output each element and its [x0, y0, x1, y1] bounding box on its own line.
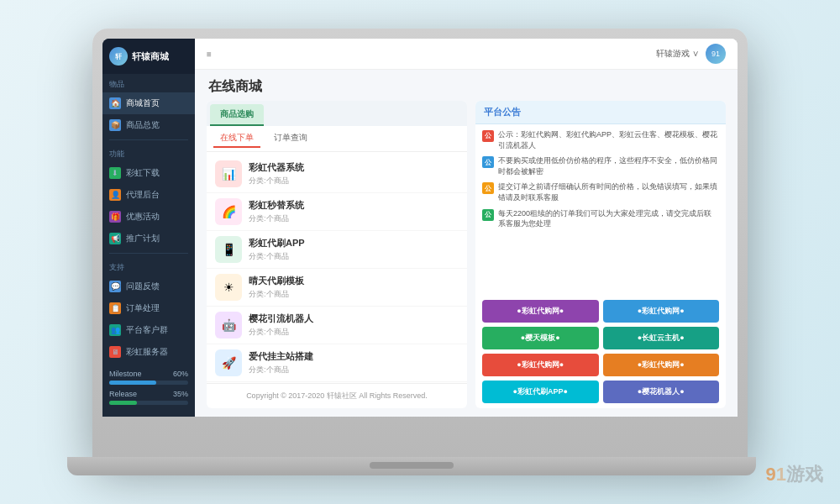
product-icon-5: 🚀: [215, 349, 242, 376]
milestone-bar-bg: [109, 381, 188, 385]
download-icon: ⬇: [109, 167, 121, 179]
plat-btn-4[interactable]: ●彩虹代购网●: [482, 354, 599, 376]
notice-item-0: 公 公示：彩虹代购网、彩虹代购APP、彩虹云住客、樱花模板、樱花引流机器人: [482, 129, 719, 150]
plat-btn-0[interactable]: ●彩虹代购网●: [482, 300, 599, 323]
product-info-3: 晴天代刷模板 分类:个商品: [249, 275, 459, 300]
divider-2: [109, 253, 188, 254]
plat-btn-7[interactable]: ●樱花机器人●: [603, 381, 720, 403]
sidebar-item-server[interactable]: 🖥 彩虹服务器: [102, 341, 195, 363]
spread-icon: 📢: [109, 233, 121, 244]
notice-badge-1: 公: [482, 156, 494, 168]
platform-panel: 平台公告 公 公示：彩虹代购网、彩虹代购APP、彩虹云住客、樱花模板、樱花引流机…: [475, 101, 726, 408]
product-info-0: 彩虹代器系统 分类:个商品: [249, 161, 459, 186]
product-item-5[interactable]: 🚀 爱代挂主站搭建 分类:个商品: [207, 344, 467, 382]
proxy-icon: 👤: [109, 189, 121, 201]
platform-icon: 👥: [109, 324, 121, 336]
logo-icon: 轩: [109, 47, 128, 66]
plat-btn-5[interactable]: ●彩虹代购网●: [603, 354, 720, 376]
sub-tabs: 在线下单 订单查询: [207, 126, 467, 152]
sidebar: 轩 轩辕商城 物品 🏠 商城首页 📦 商品总览 功能 ⬇: [102, 39, 195, 417]
laptop-screen: 轩 轩辕商城 物品 🏠 商城首页 📦 商品总览 功能 ⬇: [102, 39, 738, 417]
progress-section: Milestone 60% Release 35%: [102, 363, 195, 417]
sidebar-item-products[interactable]: 📦 商品总览: [102, 114, 195, 136]
sub-tab-online[interactable]: 在线下单: [213, 129, 260, 148]
product-item-4[interactable]: 🤖 樱花引流机器人 分类:个商品: [207, 307, 467, 344]
plat-btn-3[interactable]: ●长虹云主机●: [603, 327, 720, 349]
sidebar-item-home[interactable]: 🏠 商城首页: [102, 92, 195, 114]
notice-badge-0: 公: [482, 130, 494, 142]
milestone-label: Milestone 60%: [109, 370, 188, 378]
notice-badge-2: 公: [482, 182, 494, 194]
content-area: 商品选购 在线下单 订单查询 📊 彩虹代器系统: [195, 101, 738, 417]
release-label: Release 35%: [109, 390, 188, 398]
plat-btn-2[interactable]: ●樱天模板●: [482, 327, 599, 349]
section-label-support: 支持: [102, 257, 195, 276]
products-icon: 📦: [109, 119, 121, 131]
feedback-icon: 💬: [109, 281, 121, 292]
topbar: ≡ 轩辕游戏 ∨ 91: [195, 39, 738, 70]
products-panel: 商品选购 在线下单 订单查询 📊 彩虹代器系统: [207, 101, 467, 408]
product-info-2: 彩虹代刷APP 分类:个商品: [249, 237, 459, 262]
sidebar-item-spread[interactable]: 📢 推广计划: [102, 228, 195, 249]
sidebar-item-proxy[interactable]: 👤 代理后台: [102, 184, 195, 206]
page-title: 在线商城: [195, 70, 738, 101]
section-label-func: 功能: [102, 144, 195, 162]
logo-text: 轩辕商城: [132, 50, 169, 63]
notice-badge-3: 公: [482, 209, 494, 221]
laptop-shell: 轩 轩辕商城 物品 🏠 商城首页 📦 商品总览 功能 ⬇: [92, 29, 748, 457]
product-info-1: 彩虹秒替系统 分类:个商品: [249, 199, 459, 224]
sidebar-logo: 轩 轩辕商城: [102, 39, 195, 74]
sidebar-item-orders[interactable]: 📋 订单处理: [102, 297, 195, 319]
plat-btn-1[interactable]: ●彩虹代购网●: [603, 300, 720, 323]
product-list: 📊 彩虹代器系统 分类:个商品 🌈 彩虹秒替系统: [207, 152, 467, 383]
platform-buttons: ●彩虹代购网● ●彩虹代购网● ●樱天模板● ●长虹云主机● ●彩虹代购网● ●…: [475, 295, 726, 408]
platform-header: 平台公告: [475, 101, 726, 124]
orders-icon: 📋: [109, 302, 121, 314]
product-item-1[interactable]: 🌈 彩虹秒替系统 分类:个商品: [207, 193, 467, 231]
panel-tabs: 商品选购: [207, 101, 467, 126]
user-avatar: 91: [706, 44, 726, 64]
plat-btn-6[interactable]: ●彩虹代刷APP●: [482, 381, 599, 403]
product-item-3[interactable]: ☀ 晴天代刷模板 分类:个商品: [207, 269, 467, 307]
product-item-2[interactable]: 📱 彩虹代刷APP 分类:个商品: [207, 231, 467, 269]
milestone-bar-fill: [109, 381, 156, 385]
app-ui: 轩 轩辕商城 物品 🏠 商城首页 📦 商品总览 功能 ⬇: [102, 39, 738, 417]
product-icon-0: 📊: [215, 160, 242, 187]
tab-products[interactable]: 商品选购: [210, 104, 264, 126]
product-info-5: 爱代挂主站搭建 分类:个商品: [249, 350, 459, 375]
sidebar-item-promo[interactable]: 🎁 优惠活动: [102, 206, 195, 228]
notice-item-1: 公 不要购买或使用低价仿价格的程序，这些程序不安全，低仿价格同时都会被解密: [482, 155, 719, 176]
platform-notices: 公 公示：彩虹代购网、彩虹代购APP、彩虹云住客、樱花模板、樱花引流机器人 公 …: [475, 124, 726, 295]
user-menu[interactable]: 轩辕游戏 ∨: [656, 48, 699, 60]
promo-icon: 🎁: [109, 211, 121, 223]
laptop-base: [67, 457, 756, 475]
release-bar-fill: [109, 401, 137, 405]
notice-item-2: 公 提交订单之前请仔细确认所有时间的价格，以免错误填写，如果填错请及时联系客服: [482, 181, 719, 202]
section-label-items: 物品: [102, 74, 195, 92]
sidebar-item-feedback[interactable]: 💬 问题反馈: [102, 276, 195, 297]
product-icon-3: ☀: [215, 274, 242, 301]
notice-item-3: 公 每天2200租续的的订单我们可以为大家处理完成，请交完成后联系客服为您处理: [482, 208, 719, 229]
panel-footer: Copyright © 2017-2020 轩辕社区 All Rights Re…: [207, 383, 467, 408]
product-icon-1: 🌈: [215, 198, 242, 225]
watermark: 91游戏: [766, 462, 824, 487]
product-item-0[interactable]: 📊 彩虹代器系统 分类:个商品: [207, 155, 467, 193]
divider-1: [109, 139, 188, 140]
sub-tab-query[interactable]: 订单查询: [267, 129, 314, 148]
product-icon-2: 📱: [215, 236, 242, 263]
sidebar-item-download[interactable]: ⬇ 彩虹下载: [102, 162, 195, 184]
topbar-menu[interactable]: ≡: [207, 50, 212, 59]
topbar-right: 轩辕游戏 ∨ 91: [656, 44, 726, 64]
main-content: ≡ 轩辕游戏 ∨ 91 在线商城 商品选购: [195, 39, 738, 417]
release-bar-bg: [109, 401, 188, 405]
product-icon-4: 🤖: [215, 312, 242, 339]
product-info-4: 樱花引流机器人 分类:个商品: [249, 312, 459, 338]
sidebar-item-platform[interactable]: 👥 平台客户群: [102, 319, 195, 341]
server-icon: 🖥: [109, 346, 121, 358]
home-icon: 🏠: [109, 97, 121, 109]
